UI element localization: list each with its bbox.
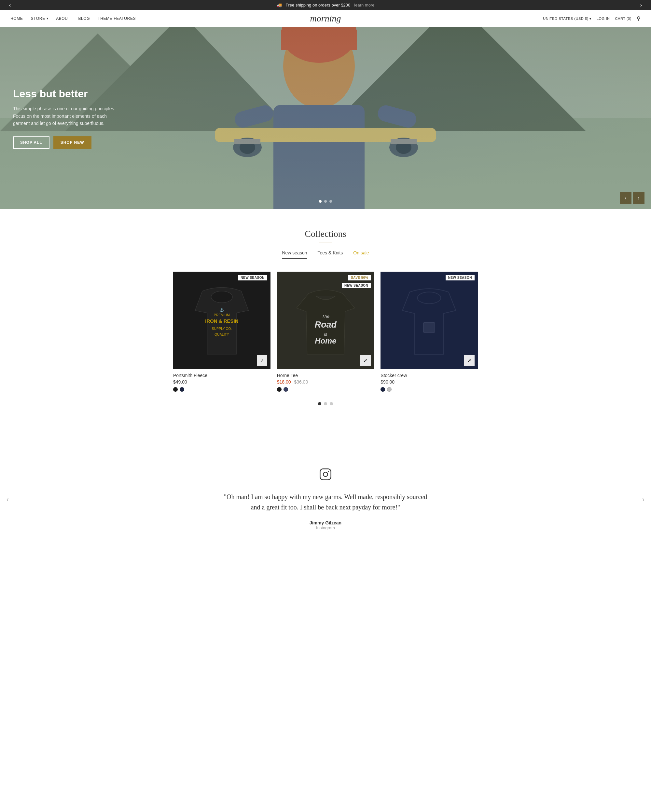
testimonial-content: "Oh man! I am so happy with my new garms… — [212, 448, 439, 550]
region-chevron-icon: ▾ — [590, 17, 591, 20]
product-price-portsmith: $49.00 — [173, 379, 270, 385]
product-badge-new-season-1: NEW SEASON — [238, 275, 267, 281]
page-dot-3[interactable] — [330, 402, 333, 405]
instagram-icon — [222, 468, 429, 484]
hero-dot-2[interactable] — [324, 200, 327, 203]
shop-new-button[interactable]: SHOP NEW — [53, 136, 92, 149]
nav-cart[interactable]: CART (0) — [615, 17, 631, 20]
announcement-icon: 🚚 — [277, 3, 282, 8]
swatch-blue[interactable] — [284, 387, 288, 392]
page-dot-2[interactable] — [324, 402, 327, 405]
hero-content: Less but better This simple phrase is on… — [13, 87, 117, 149]
svg-rect-34 — [423, 323, 435, 333]
share-button-3[interactable]: ⤢ — [464, 355, 475, 366]
announcement-next-button[interactable]: › — [638, 1, 645, 9]
product-grid: IRON & RESIN SUPPLY CO. PREMIUM ⚓ QUALIT… — [163, 272, 488, 392]
page-dot-1[interactable] — [318, 402, 321, 405]
product-badge-new-season-2: NEW SEASON — [342, 283, 371, 288]
product-price-horne: $18.00 $36.00 — [277, 379, 374, 385]
product-price-stocker: $90.00 — [381, 379, 478, 385]
share-button-1[interactable]: ⤢ — [257, 355, 267, 366]
collections-tabs: New season Tees & Knits On sale — [11, 250, 640, 259]
testimonial-quote: "Oh man! I am so happy with my new garms… — [222, 491, 429, 512]
stocker-garment — [381, 272, 478, 369]
announcement-prev-button[interactable]: ‹ — [6, 1, 13, 9]
svg-rect-10 — [274, 105, 365, 209]
svg-text:QUALITY: QUALITY — [214, 333, 229, 336]
svg-point-37 — [328, 471, 329, 472]
product-image-portsmith: IRON & RESIN SUPPLY CO. PREMIUM ⚓ QUALIT… — [173, 272, 270, 369]
site-logo[interactable]: morning — [310, 13, 341, 24]
svg-rect-19 — [391, 139, 417, 144]
nav-right: UNITED STATES (USD $) ▾ LOG IN CART (0) … — [543, 15, 640, 21]
swatch-grey[interactable] — [387, 387, 391, 392]
hero-title: Less but better — [13, 87, 117, 100]
svg-text:The: The — [322, 314, 329, 319]
nav-about[interactable]: ABOUT — [56, 16, 70, 21]
product-name-horne: Horne Tee — [277, 373, 374, 378]
share-button-2[interactable]: ⤢ — [360, 355, 371, 366]
svg-rect-35 — [320, 469, 331, 479]
nav-home[interactable]: HOME — [11, 16, 23, 21]
product-swatches-stocker — [381, 387, 478, 392]
header: HOME STORE ▾ ABOUT BLOG THEME FEATURES m… — [0, 10, 651, 27]
product-swatches-portsmith — [173, 387, 270, 392]
hero-dot-1[interactable] — [319, 200, 322, 203]
search-icon[interactable]: ⚲ — [637, 15, 640, 21]
product-card-horne-tee[interactable]: The Road is Home SAVE 50% NEW SEASON ⤢ H… — [277, 272, 374, 392]
nav-blog[interactable]: BLOG — [78, 16, 90, 21]
svg-text:is: is — [324, 332, 327, 337]
collections-title: Collections — [11, 229, 640, 239]
tab-on-sale[interactable]: On sale — [353, 250, 369, 259]
product-badge-save: SAVE 50% — [348, 275, 371, 281]
testimonial-source: Instagram — [222, 525, 429, 530]
svg-text:⚓: ⚓ — [219, 307, 224, 312]
product-original-price-horne: $36.00 — [294, 379, 308, 385]
swatch-navy-2[interactable] — [381, 387, 385, 392]
hero-section: Less but better This simple phrase is on… — [0, 27, 651, 209]
product-image-stocker: NEW SEASON ⤢ — [381, 272, 478, 369]
swatch-navy[interactable] — [180, 387, 184, 392]
hero-description: This simple phrase is one of our guiding… — [13, 105, 117, 127]
hero-next-button[interactable]: › — [633, 192, 645, 204]
shop-all-button[interactable]: SHOP ALL — [13, 136, 49, 149]
svg-point-33 — [418, 292, 441, 304]
swatch-black[interactable] — [173, 387, 178, 392]
nav-region[interactable]: UNITED STATES (USD $) ▾ — [543, 17, 591, 20]
share-icon-2: ⤢ — [364, 358, 367, 363]
tab-tees-knits[interactable]: Tees & Knits — [317, 250, 343, 259]
collections-underline — [319, 242, 332, 243]
svg-text:PREMIUM: PREMIUM — [214, 313, 230, 317]
hero-buttons: SHOP ALL SHOP NEW — [13, 136, 117, 149]
hero-navigation: ‹ › — [620, 192, 645, 204]
product-sale-price-horne: $18.00 — [277, 379, 291, 385]
svg-text:Home: Home — [315, 336, 336, 345]
hero-dots — [319, 200, 332, 203]
nav-login[interactable]: LOG IN — [597, 17, 610, 20]
svg-text:SUPPLY CO.: SUPPLY CO. — [212, 327, 232, 331]
product-card-portsmith-fleece[interactable]: IRON & RESIN SUPPLY CO. PREMIUM ⚓ QUALIT… — [173, 272, 270, 392]
swatch-black-2[interactable] — [277, 387, 281, 392]
announcement-text: Free shipping on orders over $200 — [286, 3, 351, 8]
product-swatches-horne — [277, 387, 374, 392]
tab-new-season[interactable]: New season — [282, 250, 307, 259]
nav-theme-features[interactable]: THEME FEATURES — [98, 16, 136, 21]
nav-store[interactable]: STORE ▾ — [31, 16, 48, 21]
portsmith-garment: IRON & RESIN SUPPLY CO. PREMIUM ⚓ QUALIT… — [173, 272, 270, 369]
testimonial-author: Jimmy Gilzean — [222, 520, 429, 525]
svg-point-21 — [211, 291, 232, 303]
collections-section: Collections New season Tees & Knits On s… — [0, 209, 651, 429]
testimonial-section: ‹ "Oh man! I am so happy with my new gar… — [0, 429, 651, 569]
share-icon-3: ⤢ — [468, 358, 471, 363]
testimonial-next-button[interactable]: › — [642, 495, 645, 503]
svg-point-36 — [323, 472, 327, 476]
hero-dot-3[interactable] — [329, 200, 332, 203]
testimonial-prev-button[interactable]: ‹ — [6, 495, 9, 503]
nav-left: HOME STORE ▾ ABOUT BLOG THEME FEATURES — [11, 16, 136, 21]
hero-prev-button[interactable]: ‹ — [620, 192, 631, 204]
announcement-link[interactable]: learn more — [354, 3, 374, 8]
product-badge-new-season-3: NEW SEASON — [446, 275, 475, 281]
store-chevron-icon: ▾ — [47, 17, 49, 20]
product-name-stocker: Stocker crew — [381, 373, 478, 378]
product-card-stocker-crew[interactable]: NEW SEASON ⤢ Stocker crew $90.00 — [381, 272, 478, 392]
